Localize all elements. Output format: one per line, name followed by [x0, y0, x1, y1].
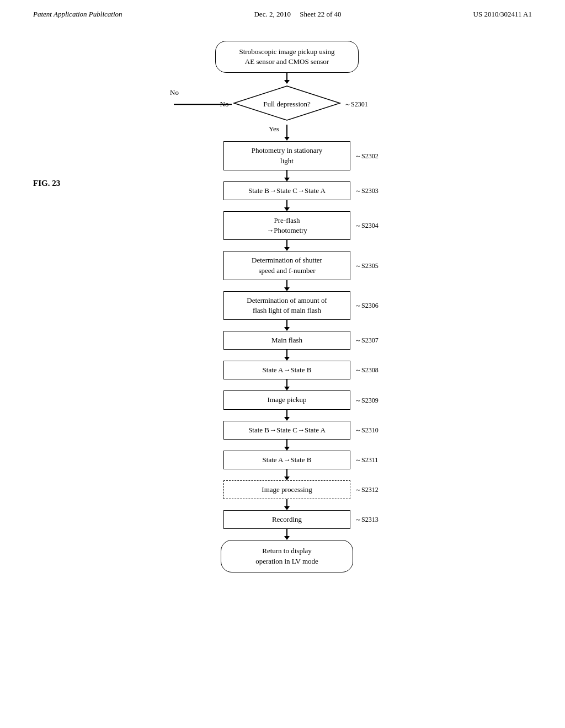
label-s2308: ～S2308	[355, 366, 379, 375]
vline	[286, 73, 287, 80]
step-s2307: Main flash ～S2307	[223, 331, 350, 350]
box-s2305: Determination of shutterspeed and f-numb…	[223, 251, 350, 280]
box-s2306: Determination of amount offlash light of…	[223, 291, 350, 320]
step-s2303: State B→State C→State A ～S2303	[223, 181, 350, 200]
label-s2307: ～S2307	[355, 336, 379, 345]
box-s2311: State A→State B	[223, 451, 350, 469]
label-s2309: ～S2309	[355, 395, 379, 405]
header-center: Dec. 2, 2010 Sheet 22 of 40	[254, 10, 341, 19]
box-s2303: State B→State C→State A	[223, 181, 350, 200]
step-s2304: Pre-flash→Photometry ～S2304	[223, 211, 350, 240]
step-label-s2301: ～S2301	[344, 100, 368, 109]
step-s2310: State B→State C→State A ～S2310	[223, 421, 350, 440]
main-content: FIG. 23 Stroboscopic image pickup usingA…	[0, 24, 565, 572]
header-left: Patent Application Publication	[33, 10, 122, 19]
label-s2305: ～S2305	[355, 261, 379, 270]
step-s2306: Determination of amount offlash light of…	[223, 291, 350, 320]
label-s2310: ～S2310	[355, 425, 379, 435]
box-s2304: Pre-flash→Photometry	[223, 211, 350, 240]
start-box: Stroboscopic image pickup usingAE sensor…	[215, 41, 359, 73]
yes-label: Yes	[269, 125, 279, 133]
header-date: Dec. 2, 2010	[254, 10, 290, 18]
label-s2303: ～S2303	[355, 186, 379, 195]
step-s2302: Photometry in stationarylight ～S2302	[223, 141, 350, 170]
end-box: Return to displayoperation in LV mode	[221, 540, 353, 572]
label-s2313: ～S2313	[355, 515, 379, 524]
figure-label: FIG. 23	[33, 179, 60, 188]
start-node: Stroboscopic image pickup usingAE sensor…	[215, 41, 359, 73]
label-s2306: ～S2306	[355, 301, 379, 310]
end-node: Return to displayoperation in LV mode	[221, 540, 353, 572]
no-arrow	[232, 104, 290, 105]
label-s2311: ～S2311	[355, 455, 378, 464]
page-header: Patent Application Publication Dec. 2, 2…	[0, 0, 565, 24]
box-s2308: State A→State B	[223, 361, 350, 379]
step-s2313: Recording ～S2313	[223, 510, 350, 529]
box-s2307: Main flash	[223, 331, 350, 350]
no-text: No	[170, 89, 179, 98]
flowchart: Stroboscopic image pickup usingAE sensor…	[149, 41, 425, 572]
step-s2309: Image pickup ～S2309	[223, 390, 350, 409]
label-s2312: ～S2312	[355, 485, 379, 495]
step-s2312: Image processing ～S2312	[223, 480, 350, 499]
box-s2302: Photometry in stationarylight	[223, 141, 350, 170]
step-s2308: State A→State B ～S2308	[223, 361, 350, 379]
header-right: US 2010/302411 A1	[473, 10, 532, 19]
label-s2302: ～S2302	[355, 151, 379, 160]
arrowhead	[284, 80, 290, 84]
header-sheet: Sheet 22 of 40	[300, 10, 341, 18]
arrow-1	[284, 73, 290, 84]
step-s2305: Determination of shutterspeed and f-numb…	[223, 251, 350, 280]
box-s2310: State B→State C→State A	[223, 421, 350, 440]
yes-arrow: Yes	[284, 125, 290, 141]
step-s2311: State A→State B ～S2311	[223, 451, 350, 469]
box-s2309: Image pickup	[223, 390, 350, 409]
diamond-node: Full depression? ～S2301 No	[232, 84, 342, 125]
diamond-wrapper: No Full depression? ～S2301 No	[232, 84, 342, 125]
box-s2312: Image processing	[223, 480, 350, 499]
box-s2313: Recording	[223, 510, 350, 529]
label-s2304: ～S2304	[355, 221, 379, 231]
